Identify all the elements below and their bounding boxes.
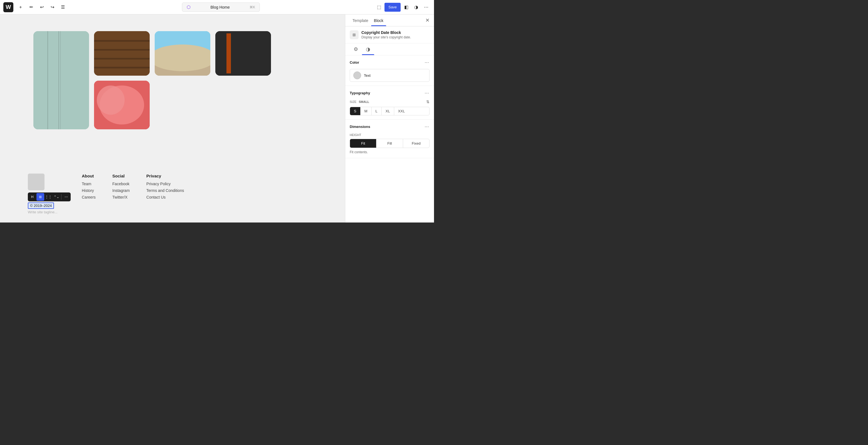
svg-rect-4 [94,31,150,76]
block-grid-btn[interactable]: ⊞ [36,193,44,201]
tools-button[interactable]: ✏ [27,3,36,12]
page-icon: ⬡ [187,4,191,10]
footer-link-contact[interactable]: Contact Us [146,195,184,199]
sub-tab-settings[interactable]: ⚙ [350,43,362,55]
fit-note: Fit contents. [350,150,430,154]
block-more-btn[interactable]: ⋯ [62,193,70,201]
undo-button[interactable]: ↩ [37,3,46,12]
svg-rect-13 [226,33,231,73]
size-btn-s[interactable]: S [350,107,361,115]
footer-nav: About Team History Careers Social Facebo… [82,173,184,202]
footer-link-history[interactable]: History [82,188,96,193]
footer-area: H ⊞ ⋮⋮ ⌃⌄ ⋯ © 2019–2024 Write site tagli… [0,173,345,214]
tab-block[interactable]: Block [371,14,386,26]
contrast-button[interactable]: ◑ [412,3,421,12]
save-button[interactable]: Save [384,3,401,12]
copyright-text[interactable]: © 2019–2024 [28,202,54,209]
block-icon-btn[interactable]: H [28,193,36,201]
svg-rect-1 [58,31,59,129]
color-option-text[interactable]: Text [350,69,430,82]
dimensions-section: Dimensions ⋯ HEIGHT Fit Fill Fixed Fit c… [345,120,434,158]
tab-template[interactable]: Template [350,14,371,26]
page-title-bar[interactable]: ⬡ Blog Home ⌘K [182,2,260,12]
svg-point-16 [97,86,125,115]
wordpress-logo: W [3,2,13,12]
size-btn-xl[interactable]: XL [382,107,394,115]
footer-col-about: About Team History Careers [82,173,96,202]
footer-link-facebook[interactable]: Facebook [113,182,130,186]
size-btn-l[interactable]: L [372,107,382,115]
svg-rect-0 [33,31,89,129]
typography-title: Typography [350,91,370,95]
typography-section: Typography ⋯ SIZE SMALL ⇅ S M L XL XXL [345,86,434,120]
view-button[interactable]: ⬚ [374,3,383,12]
footer-link-privacy-policy[interactable]: Privacy Policy [146,182,184,186]
footer-about-heading: About [82,173,96,178]
footer-link-instagram[interactable]: Instagram [113,188,130,193]
footer-col-privacy: Privacy Privacy Policy Terms and Conditi… [146,173,184,202]
svg-rect-2 [60,31,61,129]
page-shortcut: ⌘K [250,5,255,9]
styles-button[interactable]: ◧ [402,3,411,12]
page-title: Blog Home [211,5,230,9]
size-label: SIZE [350,100,356,103]
height-btn-fill[interactable]: Fill [376,139,403,148]
color-dot [353,71,361,79]
color-section-menu[interactable]: ⋯ [424,59,430,66]
toolbar-right: ⬚ Save ◧ ◑ ⋯ [374,3,431,12]
block-info: ⊞ Copyright Date Block Display your site… [345,26,434,43]
redo-button[interactable]: ↪ [48,3,57,12]
more-options-button[interactable]: ⋯ [422,3,431,12]
canvas-inner: H ⊞ ⋮⋮ ⌃⌄ ⋯ © 2019–2024 Write site tagli… [0,14,345,222]
right-panel: Template Block ✕ ⊞ Copyright Date Block … [345,14,434,222]
footer-logo-area: H ⊞ ⋮⋮ ⌃⌄ ⋯ © 2019–2024 Write site tagli… [28,173,71,214]
svg-rect-5 [94,40,150,42]
svg-rect-3 [47,31,48,129]
svg-rect-12 [215,31,271,76]
footer-logo [28,173,44,190]
block-toolbar: H ⊞ ⋮⋮ ⌃⌄ ⋯ [28,192,71,201]
footer-link-careers[interactable]: Careers [82,195,96,199]
footer-privacy-heading: Privacy [146,173,184,178]
height-btn-fixed[interactable]: Fixed [403,139,429,148]
gallery-image-flower[interactable] [94,81,150,129]
height-buttons: Fit Fill Fixed [350,139,430,148]
size-btn-xxl[interactable]: XXL [394,107,409,115]
block-description: Display your site's copyright date. [362,35,411,39]
typography-menu[interactable]: ⋯ [424,90,430,96]
gallery-grid [28,26,345,135]
panel-tabs: Template Block ✕ [345,14,434,26]
dimensions-menu[interactable]: ⋯ [424,124,430,130]
height-btn-fit[interactable]: Fit [350,139,376,148]
main-layout: H ⊞ ⋮⋮ ⌃⌄ ⋯ © 2019–2024 Write site tagli… [0,14,434,222]
panel-close-button[interactable]: ✕ [423,14,430,26]
color-label: Text [364,73,371,77]
gallery-image-arch[interactable] [155,31,210,76]
gallery-image-curtain[interactable] [33,31,89,129]
canvas-area[interactable]: H ⊞ ⋮⋮ ⌃⌄ ⋯ © 2019–2024 Write site tagli… [0,14,345,222]
dimensions-title: Dimensions [350,125,370,129]
site-tagline[interactable]: Write site tagline... [28,210,71,214]
footer-social-heading: Social [113,173,130,178]
block-arrows-btn[interactable]: ⌃⌄ [53,193,60,201]
size-adjust-icon[interactable]: ⇅ [426,100,430,104]
size-buttons: S M L XL XXL [350,107,430,116]
copyright-block[interactable]: H ⊞ ⋮⋮ ⌃⌄ ⋯ © 2019–2024 Write site tagli… [28,192,71,214]
add-block-button[interactable]: + [16,3,25,12]
block-info-text: Copyright Date Block Display your site's… [362,30,411,39]
footer-link-twitter[interactable]: Twitter/X [113,195,130,199]
sub-tab-styles[interactable]: ◑ [362,43,374,55]
dimensions-section-header: Dimensions ⋯ [350,124,430,130]
footer-link-team[interactable]: Team [82,182,96,186]
list-view-button[interactable]: ☰ [58,3,67,12]
block-dots-btn[interactable]: ⋮⋮ [44,193,52,201]
size-btn-m[interactable]: M [361,107,372,115]
gallery-image-room[interactable] [215,31,271,76]
svg-rect-6 [94,49,150,51]
block-title: Copyright Date Block [362,30,411,35]
gallery-image-brick[interactable] [94,31,150,76]
panel-sub-tabs: ⚙ ◑ [345,43,434,55]
block-type-icon: ⊞ [350,30,359,39]
height-label: HEIGHT [350,133,430,136]
footer-link-terms[interactable]: Terms and Conditions [146,188,184,193]
